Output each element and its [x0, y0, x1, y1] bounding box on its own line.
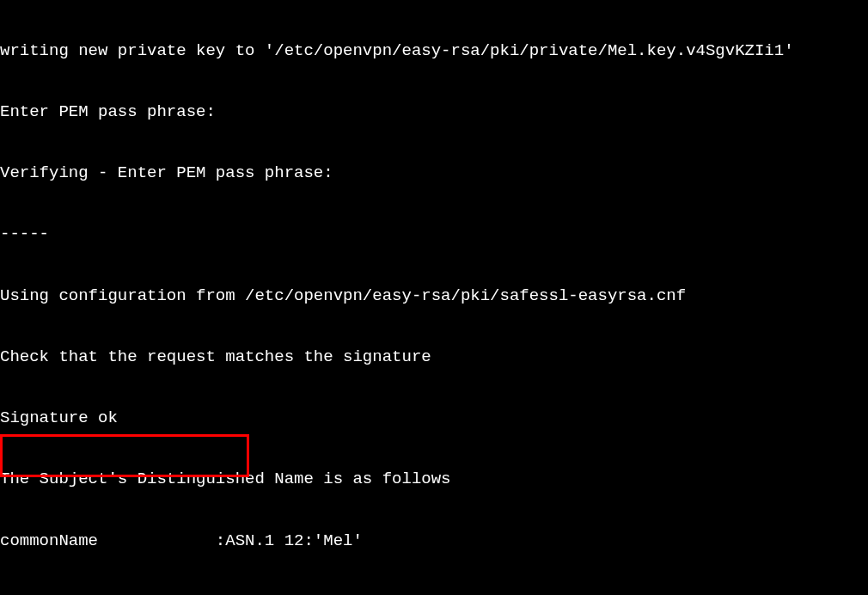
output-line: Enter PEM pass phrase: — [0, 102, 868, 123]
output-line: Using configuration from /etc/openvpn/ea… — [0, 286, 868, 307]
output-line: writing new private key to '/etc/openvpn… — [0, 41, 868, 62]
output-line: Signature ok — [0, 408, 868, 429]
terminal-output[interactable]: writing new private key to '/etc/openvpn… — [0, 0, 868, 595]
output-line: ----- — [0, 224, 868, 245]
output-line: Check that the request matches the signa… — [0, 347, 868, 368]
output-line: The Subject's Distinguished Name is as f… — [0, 469, 868, 490]
output-line: Verifying - Enter PEM pass phrase: — [0, 163, 868, 184]
output-line: commonName :ASN.1 12:'Mel' — [0, 531, 868, 552]
